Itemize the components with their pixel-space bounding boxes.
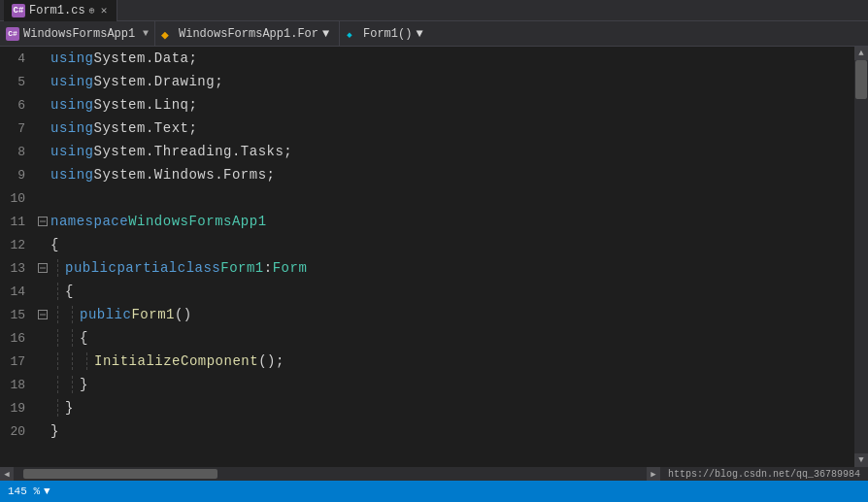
code-line-14: 14{ <box>0 280 854 303</box>
code-content-5: using System.Drawing; <box>50 74 851 89</box>
token-text-normal: { <box>50 237 59 252</box>
scroll-h-track[interactable] <box>14 467 647 481</box>
token-text-normal: } <box>50 423 59 439</box>
code-content-14: { <box>50 283 851 300</box>
token-kw-public: public <box>65 260 117 276</box>
token-text-normal: { <box>65 284 74 299</box>
code-line-15: 15public Form1() <box>0 303 854 326</box>
scroll-right-button[interactable]: ▶ <box>647 467 660 481</box>
line-number-19: 19 <box>0 401 35 416</box>
collapse-button-13[interactable] <box>35 260 50 276</box>
code-line-4: 4using System.Data; <box>0 47 854 70</box>
scroll-thumb[interactable] <box>855 60 867 99</box>
code-content-12: { <box>50 237 851 252</box>
vertical-scrollbar[interactable]: ▲ ▼ <box>854 47 868 467</box>
code-line-13: 13public partial class Form1 : Form <box>0 256 854 280</box>
line-number-4: 4 <box>0 51 35 66</box>
collapse-button-15[interactable] <box>35 307 50 322</box>
bottom-bar: 145 % ▼ <box>0 481 868 502</box>
token-text-normal: System.Linq; <box>94 97 198 113</box>
nesting-line-1-16 <box>57 329 58 347</box>
scroll-left-button[interactable]: ◀ <box>0 467 14 481</box>
code-content-7: using System.Text; <box>50 120 851 136</box>
code-content-11: namespace WindowsFormsApp1 <box>50 214 851 229</box>
line-number-18: 18 <box>0 378 35 392</box>
code-content-9: using System.Windows.Forms; <box>50 167 851 183</box>
class-dropdown-label: WindowsFormsApp1 <box>23 27 135 41</box>
code-line-17: 17InitializeComponent(); <box>0 350 854 373</box>
member-dropdown[interactable]: ◆ WindowsFormsApp1.For ▼ <box>155 21 340 47</box>
tab-pin-icon[interactable]: ⊕ <box>89 5 95 17</box>
file-tab[interactable]: C# Form1.cs ⊕ ✕ <box>4 0 117 21</box>
line-number-8: 8 <box>0 145 35 159</box>
code-content-4: using System.Data; <box>50 50 851 66</box>
token-kw-using: using <box>50 97 94 113</box>
tab-close-icon[interactable]: ✕ <box>99 4 110 17</box>
member-dropdown-label: WindowsFormsApp1.For <box>179 27 318 41</box>
token-text-namespace-name: WindowsFormsApp1 <box>128 214 266 229</box>
line-number-14: 14 <box>0 284 35 299</box>
nav-bar: C# WindowsFormsApp1 ▼ ◆ WindowsFormsApp1… <box>0 21 868 47</box>
line-number-17: 17 <box>0 354 35 369</box>
code-content-13: public partial class Form1 : Form <box>50 259 851 277</box>
nesting-line-1-19 <box>57 399 58 417</box>
nesting-line-2-18 <box>72 376 73 393</box>
token-text-normal: (); <box>258 353 284 369</box>
code-line-10: 10 <box>0 186 854 210</box>
line-number-10: 10 <box>0 191 35 206</box>
dropdown1-arrow-icon: ▼ <box>143 28 149 39</box>
scroll-h-thumb[interactable] <box>23 469 217 479</box>
token-kw-using: using <box>50 50 94 66</box>
code-line-12: 12{ <box>0 233 854 256</box>
nesting-line-2-16 <box>72 329 73 347</box>
code-line-5: 5using System.Drawing; <box>0 70 854 93</box>
code-line-6: 6using System.Linq; <box>0 93 854 117</box>
scroll-track[interactable] <box>854 60 868 453</box>
code-content-16: { <box>50 329 851 347</box>
token-text-normal: System.Threading.Tasks; <box>94 144 293 159</box>
tab-label: Form1.cs <box>29 4 85 17</box>
token-kw-using: using <box>50 74 94 89</box>
line-number-9: 9 <box>0 168 35 183</box>
scroll-up-button[interactable]: ▲ <box>854 47 868 60</box>
code-content-8: using System.Threading.Tasks; <box>50 144 851 159</box>
token-kw-using: using <box>50 120 94 136</box>
code-line-11: 11namespace WindowsFormsApp1 <box>0 210 854 233</box>
code-content-15: public Form1() <box>50 306 851 323</box>
horizontal-scrollbar[interactable]: ◀ ▶ https://blog.csdn.net/qq_36789984 <box>0 467 868 481</box>
token-text-normal: () <box>175 307 192 322</box>
nesting-line-1-14 <box>57 283 58 300</box>
method-dropdown[interactable]: ⬥ Form1() ▼ <box>340 21 437 47</box>
title-bar: C# Form1.cs ⊕ ✕ <box>0 0 868 21</box>
code-line-16: 16{ <box>0 326 854 350</box>
code-line-20: 20} <box>0 419 854 443</box>
code-area[interactable]: 4using System.Data;5using System.Drawing… <box>0 47 854 467</box>
code-content-19: } <box>50 399 851 417</box>
zoom-arrow-icon[interactable]: ▼ <box>44 485 50 497</box>
token-text-method: InitializeComponent <box>94 353 258 369</box>
token-kw-partial: partial <box>117 260 177 276</box>
line-number-16: 16 <box>0 331 35 346</box>
code-content-20: } <box>50 423 851 439</box>
nesting-line-1-13 <box>57 259 58 277</box>
member-icon: ◆ <box>161 27 175 41</box>
token-text-normal: System.Drawing; <box>94 74 224 89</box>
code-content-18: } <box>50 376 851 393</box>
line-number-6: 6 <box>0 98 35 113</box>
dropdown2-arrow-icon: ▼ <box>322 27 329 41</box>
dropdown3-arrow-icon: ▼ <box>416 27 422 41</box>
code-line-7: 7using System.Text; <box>0 117 854 140</box>
nesting-line-3-17 <box>86 352 87 370</box>
zoom-label: 145 % <box>8 485 40 497</box>
nesting-line-2-17 <box>72 352 73 370</box>
token-kw-using: using <box>50 167 94 183</box>
code-line-8: 8using System.Threading.Tasks; <box>0 140 854 163</box>
class-dropdown[interactable]: C# WindowsFormsApp1 ▼ <box>0 21 155 47</box>
cs-badge-icon: C# <box>6 27 19 41</box>
token-text-class: Form <box>273 260 308 276</box>
collapse-button-11[interactable] <box>35 214 50 229</box>
zoom-area: 145 % ▼ <box>8 485 50 497</box>
scroll-down-button[interactable]: ▼ <box>854 453 868 467</box>
token-kw-class: class <box>178 260 221 276</box>
code-line-9: 9using System.Windows.Forms; <box>0 163 854 186</box>
